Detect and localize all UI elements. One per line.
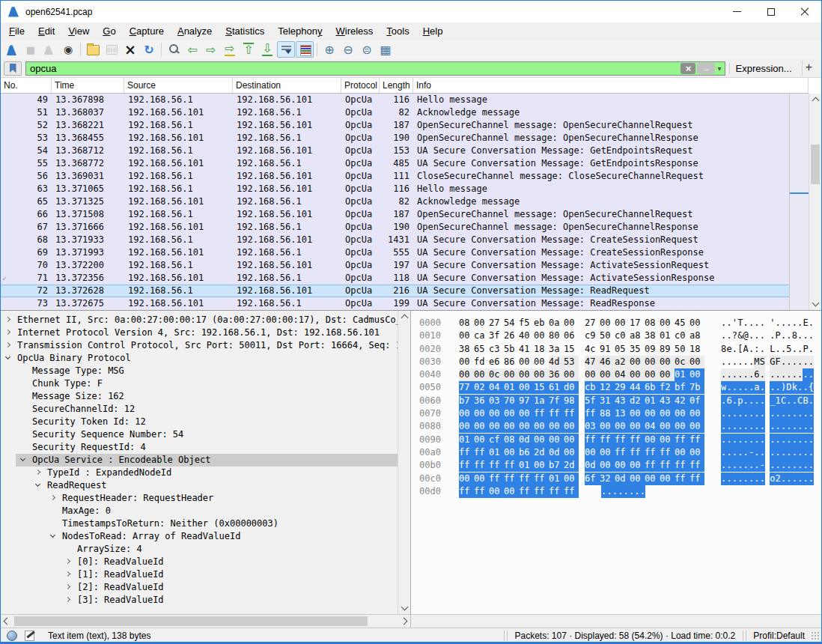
- hex-ascii-char[interactable]: e: [726, 343, 731, 356]
- hex-ascii-char[interactable]: .: [749, 381, 754, 394]
- hex-byte[interactable]: 0d: [615, 473, 630, 485]
- hex-byte[interactable]: 00: [630, 356, 645, 368]
- hex-ascii-char[interactable]: A: [743, 343, 749, 356]
- hex-byte[interactable]: 00: [534, 329, 549, 342]
- hex-ascii-char[interactable]: .: [754, 434, 759, 446]
- hex-ascii-char[interactable]: .: [760, 368, 765, 381]
- hex-byte[interactable]: 00: [534, 459, 549, 472]
- hex-ascii-char[interactable]: .: [612, 485, 618, 498]
- hex-byte[interactable]: ff: [689, 434, 704, 446]
- menu-item-capture[interactable]: Capture: [123, 24, 171, 38]
- hex-ascii-char[interactable]: .: [803, 473, 808, 485]
- find-packet-icon[interactable]: [165, 41, 183, 58]
- hex-byte[interactable]: 00: [630, 407, 645, 420]
- hex-byte[interactable]: ca: [474, 329, 489, 342]
- hex-byte[interactable]: 01: [549, 473, 564, 485]
- hex-byte[interactable]: 15: [564, 343, 579, 356]
- hex-byte[interactable]: 38: [459, 343, 474, 356]
- hex-byte[interactable]: 01: [675, 368, 689, 381]
- tree-row[interactable]: SecureChannelId: 12: [16, 403, 398, 416]
- tree-row[interactable]: OpcUa Service : Encodeable Object: [16, 454, 398, 467]
- hex-ascii-char[interactable]: a: [754, 381, 759, 394]
- hex-byte[interactable]: cf: [489, 434, 504, 446]
- hex-ascii-char[interactable]: .: [754, 329, 759, 342]
- hex-ascii-char[interactable]: .: [792, 343, 797, 356]
- packet-row[interactable]: 7313.372675192.168.56.101192.168.56.1Opc…: [1, 297, 789, 310]
- hex-ascii-char[interactable]: .: [749, 473, 754, 485]
- hex-byte[interactable]: 00: [474, 434, 489, 446]
- hex-byte[interactable]: 00: [645, 368, 660, 381]
- hex-ascii-char[interactable]: .: [803, 356, 808, 368]
- zoom-out-icon[interactable]: ⊖: [339, 41, 357, 58]
- hex-byte[interactable]: 00: [459, 329, 474, 342]
- hex-byte[interactable]: 01: [519, 459, 534, 472]
- hex-byte[interactable]: ff: [474, 459, 489, 472]
- hex-ascii-char[interactable]: .: [781, 368, 786, 381]
- collapse-icon[interactable]: [20, 456, 25, 461]
- hex-byte[interactable]: 97: [519, 395, 534, 407]
- hex-byte[interactable]: 00: [660, 356, 675, 368]
- minimize-button[interactable]: [720, 1, 754, 22]
- hex-ascii-char[interactable]: .: [726, 473, 731, 485]
- packet-row[interactable]: 6913.371993192.168.56.101192.168.56.1Opc…: [1, 246, 789, 259]
- packet-row[interactable]: 6813.371933192.168.56.1192.168.56.101Opc…: [1, 234, 789, 246]
- detail-pane-scrollbar[interactable]: [398, 311, 410, 614]
- hex-byte[interactable]: 36: [549, 368, 564, 381]
- hex-ascii-char[interactable]: .: [749, 395, 754, 407]
- filter-apply-button[interactable]: →: [697, 63, 715, 74]
- hex-byte[interactable]: 00: [615, 459, 630, 472]
- hex-ascii-char[interactable]: .: [726, 381, 731, 394]
- hex-byte[interactable]: 0d: [549, 446, 564, 459]
- tree-row[interactable]: Chunk Type: F: [16, 377, 398, 390]
- hex-byte[interactable]: 00: [489, 420, 504, 433]
- hex-byte[interactable]: 00: [564, 446, 579, 459]
- filter-dropdown-caret[interactable]: ▾: [716, 64, 724, 73]
- hex-byte[interactable]: 00: [459, 407, 474, 420]
- tree-row[interactable]: Internet Protocol Version 4, Src: 192.16…: [1, 326, 398, 339]
- hex-ascii-char[interactable]: .: [786, 434, 791, 446]
- hex-ascii-char[interactable]: P: [803, 343, 808, 356]
- tree-row[interactable]: Message Type: MSG: [16, 365, 398, 377]
- hex-ascii-char[interactable]: .: [760, 395, 765, 407]
- hex-ascii-char[interactable]: .: [776, 420, 781, 433]
- packet-row[interactable]: 5313.368455192.168.56.101192.168.56.1Opc…: [1, 132, 789, 145]
- hex-ascii-char[interactable]: .: [781, 434, 786, 446]
- scroll-up-arrow-icon[interactable]: [812, 97, 820, 105]
- hex-byte[interactable]: bf: [675, 381, 689, 394]
- hex-ascii-char[interactable]: .: [760, 343, 765, 356]
- hex-ascii-char[interactable]: .: [803, 446, 808, 459]
- hex-byte[interactable]: 00: [519, 420, 534, 433]
- hex-byte[interactable]: 00: [564, 473, 579, 485]
- hex-ascii-char[interactable]: {: [809, 381, 814, 394]
- hex-ascii-char[interactable]: .: [797, 381, 803, 394]
- hex-ascii-char[interactable]: .: [760, 434, 765, 446]
- packet-row[interactable]: 4913.367898192.168.56.1192.168.56.101Opc…: [1, 94, 789, 106]
- capture-comment-icon[interactable]: [25, 631, 34, 641]
- hex-byte[interactable]: 54: [504, 317, 519, 329]
- hex-ascii-char[interactable]: .: [737, 473, 743, 485]
- hex-ascii-char[interactable]: .: [803, 434, 808, 446]
- hex-ascii-char[interactable]: .: [776, 407, 781, 420]
- hex-ascii-char[interactable]: .: [601, 485, 606, 498]
- hex-ascii-char[interactable]: .: [792, 473, 797, 485]
- hex-byte[interactable]: 32: [600, 473, 615, 485]
- hex-ascii-char[interactable]: .: [781, 407, 786, 420]
- hex-ascii-char[interactable]: .: [749, 368, 754, 381]
- hex-ascii-char[interactable]: .: [760, 407, 765, 420]
- open-file-icon[interactable]: [84, 41, 102, 58]
- hex-ascii-char[interactable]: .: [754, 407, 759, 420]
- hex-ascii-char[interactable]: .: [781, 420, 786, 433]
- hex-ascii-char[interactable]: .: [732, 434, 737, 446]
- hex-ascii-char[interactable]: .: [743, 434, 749, 446]
- hex-byte[interactable]: 00: [689, 446, 704, 459]
- expand-icon[interactable]: [50, 495, 55, 500]
- hex-byte[interactable]: 0d: [585, 459, 600, 472]
- hex-ascii-char[interactable]: .: [721, 407, 726, 420]
- hex-ascii-char[interactable]: .: [809, 329, 814, 342]
- tree-row[interactable]: Security Token Id: 12: [16, 416, 398, 428]
- hex-ascii-char[interactable]: .: [754, 317, 759, 329]
- hex-ascii-char[interactable]: ?: [732, 329, 737, 342]
- hex-ascii-char[interactable]: .: [737, 459, 743, 472]
- hex-ascii-char[interactable]: .: [809, 434, 814, 446]
- hex-byte[interactable]: 00: [660, 434, 675, 446]
